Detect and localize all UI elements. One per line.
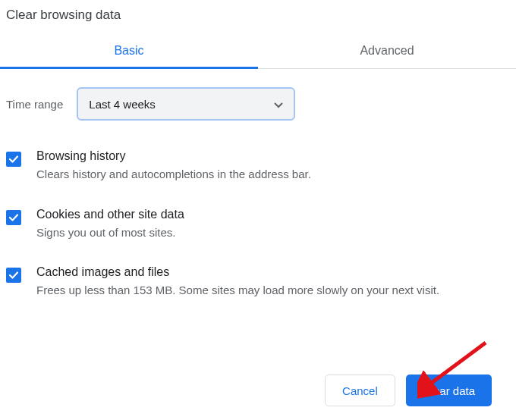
time-range-row: Time range Last 4 weeks xyxy=(0,69,516,125)
dialog-title: Clear browsing data xyxy=(0,0,516,36)
option-text: Cookies and other site data Signs you ou… xyxy=(36,208,510,242)
time-range-value: Last 4 weeks xyxy=(89,98,156,111)
tab-basic[interactable]: Basic xyxy=(0,36,258,68)
button-label: Clear data xyxy=(423,384,475,397)
option-cookies: Cookies and other site data Signs you ou… xyxy=(6,197,510,255)
tabs: Basic Advanced xyxy=(0,36,516,69)
options-list: Browsing history Clears history and auto… xyxy=(0,125,516,313)
option-desc: Signs you out of most sites. xyxy=(36,224,510,242)
chevron-down-icon xyxy=(274,98,283,111)
checkmark-icon xyxy=(8,154,19,165)
time-range-select[interactable]: Last 4 weeks xyxy=(77,87,295,121)
checkmark-icon xyxy=(8,270,19,281)
option-text: Cached images and files Frees up less th… xyxy=(36,265,510,299)
checkbox-cache[interactable] xyxy=(6,268,21,283)
clear-data-button[interactable]: Clear data xyxy=(406,375,492,406)
tab-label: Advanced xyxy=(360,44,414,57)
dialog-footer: Cancel Clear data xyxy=(325,375,492,406)
checkbox-browsing-history[interactable] xyxy=(6,152,21,167)
option-browsing-history: Browsing history Clears history and auto… xyxy=(6,139,510,197)
checkmark-icon xyxy=(8,212,19,223)
checkbox-cookies[interactable] xyxy=(6,210,21,225)
option-title: Cached images and files xyxy=(36,265,510,279)
option-cache: Cached images and files Frees up less th… xyxy=(6,255,510,313)
option-text: Browsing history Clears history and auto… xyxy=(36,149,510,183)
option-desc: Clears history and autocompletions in th… xyxy=(36,166,510,183)
option-title: Cookies and other site data xyxy=(36,208,510,221)
time-range-label: Time range xyxy=(6,98,63,111)
clear-browsing-data-dialog: Clear browsing data Basic Advanced Time … xyxy=(0,0,516,313)
tab-advanced[interactable]: Advanced xyxy=(258,36,516,68)
option-title: Browsing history xyxy=(36,149,510,163)
button-label: Cancel xyxy=(342,384,378,397)
cancel-button[interactable]: Cancel xyxy=(325,375,395,406)
option-desc: Frees up less than 153 MB. Some sites ma… xyxy=(36,282,510,299)
tab-label: Basic xyxy=(114,44,143,57)
